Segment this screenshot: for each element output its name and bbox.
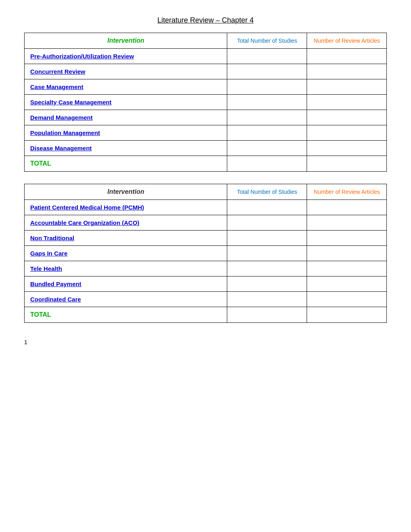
table1-studies-cell-2 [227,79,307,95]
table1-row-link-0[interactable]: Pre-Authorization/Utilization Review [30,53,134,60]
page-number: 1 [24,339,387,345]
table2-row: Gaps In Care [25,246,387,261]
table2-total-articles [307,307,387,323]
table2-row-link-2[interactable]: Non Traditional [30,235,74,241]
table1-articles-cell-4 [307,110,387,125]
table1-articles-cell-3 [307,95,387,110]
table1-total-row: TOTAL [25,156,387,172]
table2-total-studies [227,307,307,323]
table2-row-link-6[interactable]: Coordinated Care [30,296,81,303]
table1-articles-cell-1 [307,64,387,79]
table2-row: Coordinated Care [25,292,387,307]
table1-studies-cell-3 [227,95,307,110]
table1-wrapper: Intervention Total Number of Studies Num… [24,33,387,172]
table1-row: Case Management [25,79,387,95]
table2-row: Patient Centered Medical Home (PCMH) [25,200,387,215]
table2-total-row: TOTAL [25,307,387,323]
table1-studies-cell-5 [227,125,307,141]
table1-studies-cell-1 [227,64,307,79]
table1-articles-cell-0 [307,49,387,64]
table1-studies-cell-0 [227,49,307,64]
table2-header-intervention: Intervention [25,184,227,200]
table2-row: Bundled Payment [25,276,387,292]
table1-row-link-3[interactable]: Specialty Case Management [30,99,112,106]
table2-studies-cell-2 [227,231,307,246]
table2-articles-cell-3 [307,246,387,261]
table1-articles-cell-5 [307,125,387,141]
table2-row: Accountable Care Organization (ACO) [25,215,387,231]
table2-row: Non Traditional [25,231,387,246]
table1-header-articles: Number of Review Articles [307,33,387,49]
table1-studies-cell-6 [227,141,307,156]
table2-articles-cell-4 [307,261,387,276]
table2-studies-cell-4 [227,261,307,276]
table1-row-link-1[interactable]: Concurrent Review [30,68,85,75]
table2-row-link-5[interactable]: Bundled Payment [30,281,81,287]
table1-header-studies: Total Number of Studies [227,33,307,49]
table2-studies-cell-3 [227,246,307,261]
table1-studies-cell-4 [227,110,307,125]
table1-row: Specialty Case Management [25,95,387,110]
table2-row-link-1[interactable]: Accountable Care Organization (ACO) [30,219,139,226]
table2-studies-cell-6 [227,292,307,307]
table2-studies-cell-5 [227,276,307,292]
table2: Intervention Total Number of Studies Num… [24,184,387,323]
table1-row-link-6[interactable]: Disease Management [30,145,92,152]
table1-row-link-4[interactable]: Demand Management [30,114,93,121]
table2-total-label: TOTAL [25,307,227,323]
table2-row-link-4[interactable]: Tele Health [30,265,62,272]
table2-articles-cell-5 [307,276,387,292]
table2-studies-cell-1 [227,215,307,231]
table2-articles-cell-6 [307,292,387,307]
table2-row-link-3[interactable]: Gaps In Care [30,250,68,257]
table1-row-link-5[interactable]: Population Management [30,129,100,136]
table2-articles-cell-0 [307,200,387,215]
table2-row-link-0[interactable]: Patient Centered Medical Home (PCMH) [30,204,144,211]
table2-wrapper: Intervention Total Number of Studies Num… [24,184,387,323]
table1: Intervention Total Number of Studies Num… [24,33,387,172]
table1-total-label: TOTAL [25,156,227,172]
table2-articles-cell-2 [307,231,387,246]
table1-articles-cell-6 [307,141,387,156]
table1-row-link-2[interactable]: Case Management [30,83,83,90]
table1-row: Concurrent Review [25,64,387,79]
table1-articles-cell-2 [307,79,387,95]
page-title: Literature Review – Chapter 4 [24,16,387,25]
table1-row: Pre-Authorization/Utilization Review [25,49,387,64]
table1-row: Demand Management [25,110,387,125]
table2-header-studies: Total Number of Studies [227,184,307,200]
table2-articles-cell-1 [307,215,387,231]
table1-total-articles [307,156,387,172]
table1-total-studies [227,156,307,172]
table1-row: Population Management [25,125,387,141]
table1-row: Disease Management [25,141,387,156]
table1-header-intervention: Intervention [25,33,227,49]
table2-studies-cell-0 [227,200,307,215]
table2-row: Tele Health [25,261,387,276]
table2-header-articles: Number of Review Articles [307,184,387,200]
